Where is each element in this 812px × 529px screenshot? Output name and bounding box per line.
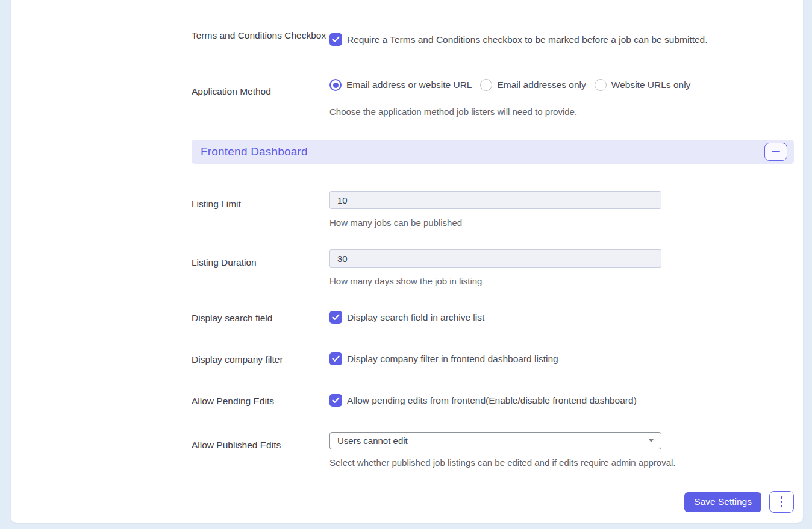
radio-email-or-url[interactable]: Email address or website URL [329,79,472,91]
settings-left-panel [11,0,184,510]
setting-label: Application Method [192,79,329,99]
kebab-vertical-icon [781,496,783,507]
setting-row-listing-duration: Listing Duration How many days show the … [192,249,794,286]
save-settings-button[interactable]: Save Settings [684,492,761,512]
settings-content: Terms and Conditions Checkbox Require a … [184,0,803,523]
application-method-radio-group: Email address or website URL Email addre… [329,79,794,91]
section-header-frontend-dashboard: Frontend Dashboard [192,140,794,164]
radio-url-only[interactable]: Website URLs only [595,79,691,91]
allow-pending-checkbox[interactable] [329,394,342,407]
radio-icon [480,79,492,91]
setting-row-allow-pending: Allow Pending Edits Allow pending edits … [192,394,794,407]
setting-label: Terms and Conditions Checkbox [192,28,329,43]
caret-down-icon [649,439,654,442]
section-title: Frontend Dashboard [201,145,308,158]
terms-checkbox-text: Require a Terms and Conditions checkbox … [347,33,708,46]
more-options-button[interactable] [769,491,794,513]
footer-actions: Save Settings [192,491,794,513]
listing-limit-input[interactable] [329,191,661,209]
display-search-checkbox[interactable] [329,311,342,324]
listing-duration-help: How many days show the job in listing [329,277,794,286]
checkmark-icon [332,314,340,321]
checkmark-icon [332,397,340,404]
setting-label: Allow Pending Edits [192,394,329,407]
radio-icon [595,79,607,91]
setting-row-display-search: Display search field Display search fiel… [192,311,794,324]
setting-row-application-method: Application Method Email address or webs… [192,79,794,117]
allow-pending-checkbox-text: Allow pending edits from frontend(Enable… [347,394,637,407]
setting-row-listing-limit: Listing Limit How many jobs can be publi… [192,191,794,227]
settings-card: Terms and Conditions Checkbox Require a … [11,0,803,523]
display-company-checkbox-text: Display company filter in frontend dashb… [347,352,558,365]
application-method-help: Choose the application method job lister… [329,107,794,117]
allow-published-select[interactable]: Users cannot edit [329,432,661,449]
checkmark-icon [332,355,340,362]
terms-checkbox[interactable] [329,33,342,46]
setting-row-terms: Terms and Conditions Checkbox Require a … [192,28,794,57]
select-selected-value: Users cannot edit [337,436,408,446]
radio-email-only[interactable]: Email addresses only [480,79,586,91]
display-search-checkbox-text: Display search field in archive list [347,311,484,324]
allow-published-help: Select whether published job listings ca… [329,458,794,468]
setting-label: Listing Limit [192,191,329,211]
collapse-section-button[interactable] [764,143,787,161]
display-company-checkbox[interactable] [329,352,342,365]
setting-row-allow-published: Allow Published Edits Users cannot edit … [192,432,794,468]
setting-label: Allow Published Edits [192,432,329,452]
listing-limit-help: How many jobs can be published [329,218,794,228]
setting-label: Display company filter [192,352,329,366]
radio-icon-selected [329,79,342,91]
setting-label: Listing Duration [192,249,329,270]
setting-row-display-company: Display company filter Display company f… [192,352,794,366]
listing-duration-input[interactable] [329,249,661,268]
checkmark-icon [332,36,340,43]
setting-label: Display search field [192,311,329,324]
minus-icon [772,151,780,153]
